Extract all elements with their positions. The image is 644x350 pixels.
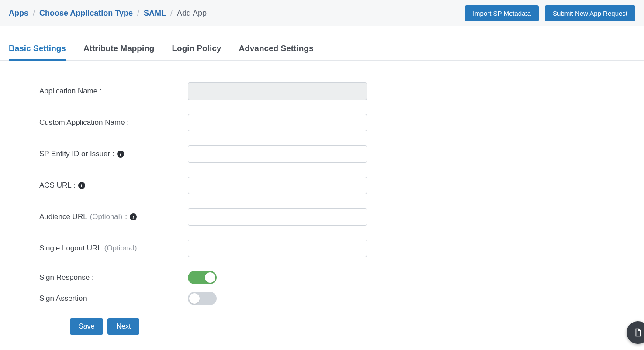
breadcrumb: Apps / Choose Application Type / SAML / … xyxy=(9,9,207,18)
topbar-actions: Import SP Metadata Submit New App Reques… xyxy=(465,5,635,21)
save-button[interactable]: Save xyxy=(70,318,103,335)
application-name-input xyxy=(188,82,367,100)
breadcrumb-sep: / xyxy=(33,9,35,18)
audience-url-input[interactable] xyxy=(188,208,367,226)
label-acs-url: ACS URL : i xyxy=(39,181,188,190)
row-acs-url: ACS URL : i xyxy=(39,177,441,194)
row-sp-entity-id: SP Entity ID or Issuer : i xyxy=(39,145,441,163)
tab-login-policy[interactable]: Login Policy xyxy=(172,44,221,61)
label-application-name: Application Name : xyxy=(39,87,188,96)
row-audience-url: Audience URL (Optional) : i xyxy=(39,208,441,226)
tab-basic-settings[interactable]: Basic Settings xyxy=(9,44,66,61)
form-basic-settings: Application Name : Custom Application Na… xyxy=(0,61,481,350)
label-sp-entity-id: SP Entity ID or Issuer : i xyxy=(39,150,188,158)
sp-entity-id-input[interactable] xyxy=(188,145,367,163)
sign-assertion-toggle[interactable] xyxy=(188,292,217,305)
label-audience-url: Audience URL (Optional) : i xyxy=(39,213,188,221)
info-icon[interactable]: i xyxy=(130,213,137,220)
custom-application-name-input[interactable] xyxy=(188,114,367,131)
breadcrumb-sep: / xyxy=(170,9,173,18)
label-custom-application-name: Custom Application Name : xyxy=(39,118,188,127)
row-custom-application-name: Custom Application Name : xyxy=(39,114,441,131)
sign-response-toggle[interactable] xyxy=(188,271,217,284)
single-logout-url-input[interactable] xyxy=(188,240,367,257)
import-sp-metadata-button[interactable]: Import SP Metadata xyxy=(465,5,539,21)
row-sign-assertion: Sign Assertion : xyxy=(39,292,441,305)
floating-action-button[interactable] xyxy=(627,321,644,344)
row-sign-response: Sign Response : xyxy=(39,271,441,284)
tab-advanced-settings[interactable]: Advanced Settings xyxy=(239,44,313,61)
row-application-name: Application Name : xyxy=(39,82,441,100)
info-icon[interactable]: i xyxy=(117,151,124,158)
info-icon[interactable]: i xyxy=(78,182,85,189)
tabs: Basic Settings Attribute Mapping Login P… xyxy=(0,44,644,61)
submit-new-app-request-button[interactable]: Submit New App Request xyxy=(545,5,635,21)
breadcrumb-choose-type[interactable]: Choose Application Type xyxy=(39,9,133,18)
next-button[interactable]: Next xyxy=(107,318,139,335)
label-sign-response: Sign Response : xyxy=(39,273,188,282)
breadcrumb-saml[interactable]: SAML xyxy=(144,9,166,18)
breadcrumb-current: Add App xyxy=(177,9,207,18)
row-single-logout-url: Single Logout URL (Optional) : xyxy=(39,240,441,257)
tab-attribute-mapping[interactable]: Attribute Mapping xyxy=(83,44,155,61)
form-footer: Save Next xyxy=(39,318,441,335)
toggle-knob xyxy=(189,293,200,304)
acs-url-input[interactable] xyxy=(188,177,367,194)
toggle-knob xyxy=(205,272,215,283)
document-icon xyxy=(633,328,643,337)
breadcrumb-sep: / xyxy=(137,9,139,18)
label-sign-assertion: Sign Assertion : xyxy=(39,294,188,303)
label-single-logout-url: Single Logout URL (Optional) : xyxy=(39,244,188,253)
top-bar: Apps / Choose Application Type / SAML / … xyxy=(0,0,644,26)
breadcrumb-apps[interactable]: Apps xyxy=(9,9,28,18)
